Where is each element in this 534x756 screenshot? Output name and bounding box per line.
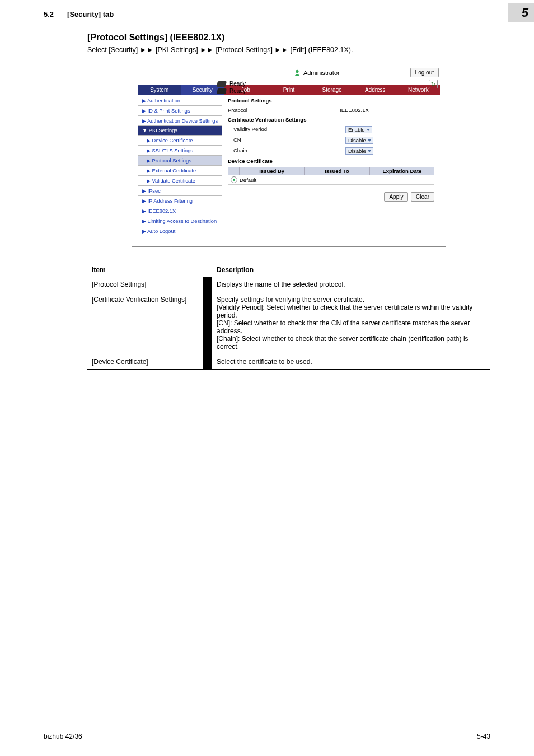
panel-heading: Protocol Settings: [228, 96, 434, 105]
status-ready-2: Ready: [217, 88, 440, 94]
sidebar-item-pki[interactable]: ▼ PKI Settings: [138, 126, 222, 136]
sidebar: ▶ Authentication ▶ ID & Print Settings ▶…: [138, 96, 222, 236]
table-item-2: [Device Certificate]: [87, 354, 203, 370]
settings-panel: Protocol Settings Protocol IEEE802.1X Ce…: [222, 96, 440, 236]
col-expiration: Expiration Date: [369, 167, 434, 175]
section-header: 5.2 [Security] tab: [44, 0, 490, 20]
table-item-1: [Certificate Verification Settings]: [87, 292, 203, 354]
chain-label: Chain: [228, 147, 345, 155]
sidebar-item-validate-cert[interactable]: ▶ Validate Certificate: [138, 176, 222, 186]
sidebar-item-ieee[interactable]: ▶ IEEE802.1X: [138, 206, 222, 216]
chapter-badge: 5: [508, 3, 534, 22]
page-title: [Protocol Settings] (IEEE802.1X): [87, 32, 490, 43]
footer-left: bizhub 42/36: [44, 732, 82, 740]
sidebar-item-external-cert[interactable]: ▶ External Certificate: [138, 166, 222, 176]
cert-name: Default: [240, 177, 256, 183]
footer-right: 5-43: [477, 732, 490, 740]
sidebar-item-device-cert[interactable]: ▶ Device Certificate: [138, 136, 222, 146]
device-cert-heading: Device Certificate: [228, 156, 434, 166]
validity-select[interactable]: Enable: [345, 126, 372, 133]
col-issued-to: Issued To: [304, 167, 369, 175]
doc-table: Item Description [Protocol Settings] Dis…: [87, 263, 490, 370]
cvs-heading: Certificate Verification Settings: [228, 115, 434, 124]
ui-screenshot: Administrator Log out Ready Ready ↻ Syst…: [132, 62, 446, 247]
cn-select[interactable]: Disable: [345, 137, 373, 144]
section-title: [Security] tab: [67, 10, 114, 18]
sidebar-item-auto-logout[interactable]: ▶ Auto Logout: [138, 226, 222, 236]
admin-label: Administrator: [293, 69, 340, 76]
sidebar-item-limit-access[interactable]: ▶ Limiting Access to Destination: [138, 216, 222, 226]
cert-table-header: Issued By Issued To Expiration Date: [228, 167, 434, 175]
validity-label: Validity Period: [228, 126, 345, 133]
sidebar-item-protocol[interactable]: ▶ Protocol Settings: [138, 156, 222, 166]
status-ready-1: Ready: [217, 81, 440, 87]
th-item: Item: [87, 263, 203, 277]
cn-label: CN: [228, 137, 345, 144]
col-issued-by: Issued By: [239, 167, 304, 175]
sidebar-item-id-print[interactable]: ▶ ID & Print Settings: [138, 106, 222, 116]
sidebar-item-ipsec[interactable]: ▶ IPsec: [138, 186, 222, 196]
cert-radio[interactable]: [231, 176, 237, 183]
sidebar-item-ip-filter[interactable]: ▶ IP Address Filtering: [138, 196, 222, 206]
clear-button[interactable]: Clear: [411, 192, 434, 202]
sidebar-item-auth-device[interactable]: ▶ Authentication Device Settings: [138, 116, 222, 126]
table-item-0: [Protocol Settings]: [87, 277, 203, 292]
protocol-value: IEEE802.1X: [340, 107, 369, 113]
cert-row-default[interactable]: Default: [228, 175, 434, 185]
page-footer: bizhub 42/36 5-43: [44, 730, 490, 740]
table-desc-2: Select the certificate to be used.: [212, 354, 490, 370]
chain-select[interactable]: Disable: [345, 147, 373, 155]
sidebar-item-ssl[interactable]: ▶ SSL/TLS Settings: [138, 146, 222, 156]
sidebar-item-authentication[interactable]: ▶ Authentication: [138, 96, 222, 106]
section-number: 5.2: [44, 10, 67, 18]
logout-button[interactable]: Log out: [410, 68, 439, 77]
table-desc-1: Specify settings for verifying the serve…: [212, 292, 490, 354]
th-desc: Description: [212, 263, 490, 277]
apply-button[interactable]: Apply: [384, 192, 408, 202]
table-desc-0: Displays the name of the selected protoc…: [212, 277, 490, 292]
refresh-icon[interactable]: ↻: [429, 80, 438, 88]
breadcrumb: Select [Security] ►► [PKI Settings] ►► […: [87, 46, 490, 54]
svg-point-0: [296, 69, 298, 72]
protocol-label: Protocol: [228, 107, 340, 113]
